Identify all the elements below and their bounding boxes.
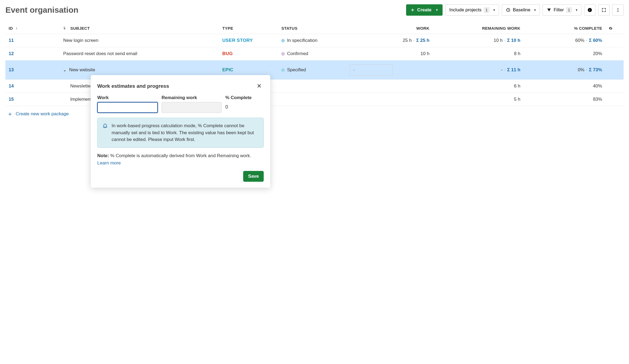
row-status[interactable]: Specified [278,60,346,80]
svg-line-4 [508,10,509,11]
row-actions [605,47,624,60]
remaining-field-label: Remaining work [162,95,222,100]
work-estimates-popover: Work estimates and progress ✕ Work Remai… [91,75,270,126]
row-status-text: Confirmed [287,51,308,56]
popover-title: Work estimates and progress [97,83,169,89]
row-remaining[interactable]: 5 h [433,93,523,106]
include-projects-count: 1 [484,7,490,13]
bell-icon [102,123,108,126]
row-id[interactable]: 11 [5,34,60,47]
row-id[interactable]: 13 [5,60,60,80]
sigma-value[interactable]: Σ 60% [589,38,602,43]
fullscreen-button[interactable] [598,4,610,16]
svg-rect-8 [590,9,590,9]
svg-rect-7 [590,10,590,11]
row-id[interactable]: 15 [5,93,60,106]
close-icon: ✕ [257,83,262,89]
row-status[interactable]: In specification [278,34,346,47]
col-remaining[interactable]: REMAINING WORK [433,22,523,34]
plus-icon [410,8,415,12]
include-projects-label: Include projects [449,7,481,13]
col-settings[interactable] [605,22,624,34]
sigma-value[interactable]: Σ 73% [589,67,602,72]
row-work[interactable]: 10 h [346,47,433,60]
own-value: 25 h [403,38,412,43]
col-status[interactable]: STATUS [278,22,346,34]
row-subject-text: Password reset does not send email [63,51,137,56]
row-status[interactable] [278,80,346,93]
sigma-value[interactable]: Σ 10 h [507,38,520,43]
status-dot-icon [281,68,285,72]
hierarchy-icon [63,26,67,30]
row-actions [605,93,624,106]
row-subject-text: New login screen [63,38,98,43]
own-value: 83% [593,97,602,102]
more-menu-button[interactable] [612,4,624,16]
row-subject[interactable]: Password reset does not send email [60,47,219,60]
row-remaining[interactable]: 6 h [433,80,523,93]
info-text: In work-based progress calculation mode,… [112,122,259,126]
baseline-label: Baseline [513,7,530,13]
table-row[interactable]: 11New login screenUSER STORYIn specifica… [5,34,624,47]
col-type[interactable]: TYPE [219,22,278,34]
col-subject-label: SUBJECT [70,26,90,31]
caret-down-icon: ▾ [576,8,577,12]
status-dot-icon [281,39,285,42]
row-work[interactable] [346,80,433,93]
create-button[interactable]: Create ▼ [406,4,443,16]
row-remaining[interactable]: 10 h·Σ 10 h [433,34,523,47]
work-field-label: Work [97,95,158,100]
row-percent-complete[interactable]: 60%·Σ 60% [524,34,605,47]
row-percent-complete[interactable]: 83% [524,93,605,106]
row-type[interactable]: BUG [219,47,278,60]
col-id-label: ID [9,26,13,31]
filter-icon [547,8,551,12]
own-value: 10 h [420,51,429,56]
row-actions [605,80,624,93]
row-id[interactable]: 12 [5,47,60,60]
baseline-button[interactable]: Baseline ▾ [502,4,540,16]
own-value: 60% [575,38,584,43]
row-subject[interactable]: New login screen [60,34,219,47]
sigma-value[interactable]: Σ 11 h [507,67,520,72]
page-title: Event organisation [5,5,403,15]
row-percent-complete[interactable]: 40% [524,80,605,93]
own-value: 10 h [494,38,503,43]
row-status[interactable]: Confirmed [278,47,346,60]
col-work[interactable]: WORK [346,22,433,34]
svg-point-10 [618,10,618,11]
row-remaining[interactable]: -·Σ 11 h [433,60,523,80]
own-value: 20% [593,51,602,56]
row-percent-complete[interactable]: 20% [524,47,605,60]
include-projects-button[interactable]: Include projects 1 ▾ [445,4,499,16]
table-row[interactable]: 12Password reset does not send emailBUGC… [5,47,624,60]
pc-value: 0 [225,102,264,110]
row-type[interactable]: USER STORY [219,34,278,47]
row-percent-complete[interactable]: 0%·Σ 73% [524,60,605,80]
create-work-package-label: Create new work package [16,111,69,117]
row-id[interactable]: 14 [5,80,60,93]
row-work[interactable]: - [346,60,433,80]
row-actions [605,60,624,80]
col-id[interactable]: ID ↑ [5,22,60,34]
popover-close-button[interactable]: ✕ [255,82,264,91]
filter-button[interactable]: Filter 1 ▾ [543,4,581,16]
status-dot-icon [281,52,285,56]
expand-caret-icon[interactable]: ⌄ [63,68,68,72]
info-button[interactable] [584,4,595,16]
svg-point-9 [618,8,618,9]
row-status-text: Specified [287,67,306,72]
col-subject[interactable]: SUBJECT [60,22,219,34]
work-input[interactable] [97,102,158,113]
sigma-value[interactable]: Σ 25 h [416,38,429,43]
row-work[interactable] [346,93,433,106]
work-inline-editor[interactable]: - [350,64,393,76]
col-pc[interactable]: % COMPLETE [524,22,605,34]
row-status[interactable] [278,93,346,106]
create-button-label: Create [417,7,431,13]
own-value: - [501,67,503,72]
own-value: 0% [578,67,584,72]
row-work[interactable]: 25 h·Σ 25 h [346,34,433,47]
baseline-icon [506,8,511,12]
row-remaining[interactable]: 8 h [433,47,523,60]
